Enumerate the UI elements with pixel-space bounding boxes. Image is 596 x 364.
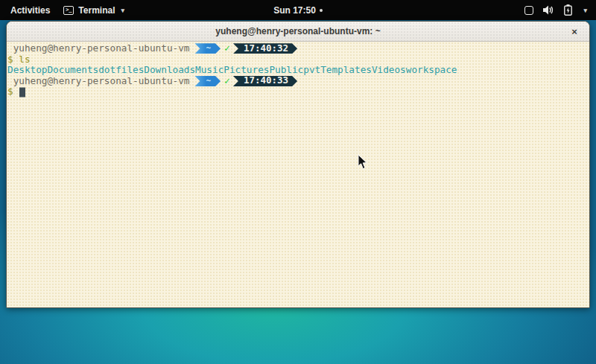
app-menu-label: Terminal [78, 5, 115, 16]
directory-name: workspace [406, 65, 457, 76]
prompt-symbol: $ [7, 54, 19, 66]
terminal-icon: >_ [63, 6, 74, 15]
top-bar: Activities >_ Terminal ▾ Sun 17:50 [0, 0, 596, 20]
prompt-line-1: yuheng@henry-personal-ubuntu-vm ~ ✓ 17:4… [7, 43, 589, 54]
desktop-wallpaper: Activities >_ Terminal ▾ Sun 17:50 [0, 0, 596, 364]
directory-name: Music [195, 65, 224, 76]
directory-name: dotfiles [98, 65, 144, 76]
status-chevron-down-icon: ▾ [583, 7, 587, 14]
command-text: ls [19, 54, 30, 66]
prompt-cwd-segment: ~ [194, 76, 221, 86]
terminal-content[interactable]: yuheng@henry-personal-ubuntu-vm ~ ✓ 17:4… [7, 42, 589, 308]
directory-name: Downloads [144, 65, 195, 76]
screen-icon [524, 6, 533, 15]
activities-button[interactable]: Activities [7, 5, 53, 16]
window-titlebar[interactable]: yuheng@henry-personal-ubuntu-vm: ~ × [7, 22, 589, 42]
prompt-status-check-icon: ✓ [224, 43, 230, 54]
prompt-user-host: yuheng@henry-personal-ubuntu-vm [7, 76, 189, 87]
directory-name: Templates [320, 65, 372, 76]
close-icon[interactable]: × [565, 22, 583, 42]
prompt-symbol: $ [7, 86, 19, 98]
terminal-cursor [19, 88, 25, 98]
chevron-down-icon: ▾ [121, 7, 124, 14]
prompt-user-host: yuheng@henry-personal-ubuntu-vm [7, 43, 189, 54]
terminal-window: yuheng@henry-personal-ubuntu-vm: ~ × yuh… [6, 21, 590, 308]
clock[interactable]: Sun 17:50 [273, 5, 316, 16]
window-title: yuheng@henry-personal-ubuntu-vm: ~ [215, 26, 380, 36]
app-menu-terminal[interactable]: >_ Terminal ▾ [63, 5, 124, 16]
prompt-time-segment: 17:40:33 [233, 76, 297, 86]
prompt-time-segment: 17:40:32 [233, 43, 297, 54]
input-line: $ [7, 86, 589, 98]
volume-icon [543, 5, 554, 15]
prompt-cwd-segment: ~ [194, 43, 221, 54]
command-line: $ ls [7, 54, 589, 66]
directory-name: Pictures [224, 65, 269, 76]
prompt-status-check-icon: ✓ [224, 76, 230, 87]
system-status-area[interactable]: ▾ [519, 0, 596, 20]
prompt-line-2: yuheng@henry-personal-ubuntu-vm ~ ✓ 17:4… [7, 76, 589, 87]
notification-dot-icon [320, 9, 323, 12]
battery-charging-icon [564, 4, 572, 16]
directory-name: Desktop [7, 65, 47, 76]
directory-name: pvt [303, 65, 320, 76]
directory-name: Documents [47, 65, 98, 76]
ls-output-line: Desktop Documents dotfiles Downloads Mus… [7, 65, 589, 76]
directory-name: Videos [372, 65, 406, 76]
directory-name: Public [269, 65, 303, 76]
